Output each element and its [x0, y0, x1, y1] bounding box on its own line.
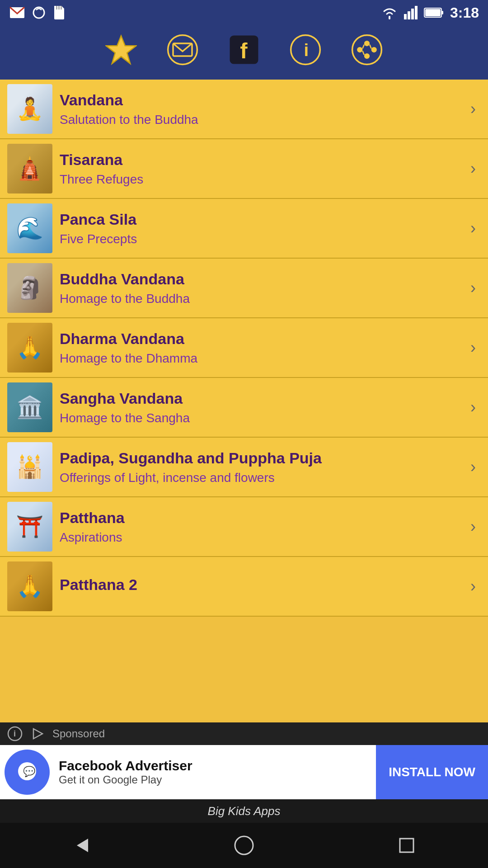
patthana2-arrow: › — [465, 577, 488, 596]
dharma-text: Dharma Vandana Homage to the Dhamma — [60, 326, 465, 370]
list-item-padipa[interactable]: Padipa, Sugandha and Puppha Puja Offerin… — [0, 438, 488, 497]
buddha-text: Buddha Vandana Homage to the Buddha — [60, 266, 465, 311]
patthana2-image — [7, 561, 52, 611]
status-bar: 3:18 — [0, 0, 488, 25]
dharma-image — [7, 323, 52, 373]
info-button[interactable]: i — [288, 33, 323, 67]
list-item-dharma-vandana[interactable]: Dharma Vandana Homage to the Dhamma › — [0, 318, 488, 378]
svg-point-23 — [364, 53, 370, 59]
ad-title: Facebook Advertiser — [59, 758, 371, 774]
share-button[interactable] — [350, 33, 384, 67]
padipa-subtitle: Offerings of Light, incense and flowers — [60, 471, 465, 485]
patthana2-text: Patthana 2 — [60, 571, 465, 602]
vandana-title: Vandana — [60, 91, 465, 109]
battery-icon — [424, 7, 444, 19]
sangha-title: Sangha Vandana — [60, 390, 465, 407]
patthana-arrow: › — [465, 517, 488, 536]
ad-subtitle: Get it on Google Play — [59, 774, 371, 786]
patthana-title: Patthana — [60, 509, 465, 527]
recents-button[interactable] — [393, 832, 420, 859]
buddha-subtitle: Homage to the Buddha — [60, 292, 465, 306]
svg-rect-8 — [415, 6, 418, 19]
ad-text-block: Facebook Advertiser Get it on Google Pla… — [54, 754, 376, 791]
email-button[interactable] — [165, 33, 200, 67]
list-item-buddha-vandana[interactable]: Buddha Vandana Homage to the Buddha › — [0, 259, 488, 318]
ad-banner[interactable]: 💬 Facebook Advertiser Get it on Google P… — [0, 745, 488, 799]
svg-text:💬: 💬 — [23, 765, 36, 778]
install-now-button[interactable]: INSTALL NOW — [376, 745, 488, 799]
patthana-image — [7, 502, 52, 552]
navigation-bar — [0, 823, 488, 868]
panca-text: Panca Sila Five Precepts — [60, 206, 465, 251]
padipa-title: Padipa, Sugandha and Puppha Puja — [60, 449, 465, 467]
vandana-text: Vandana Salutation to the Buddha — [60, 87, 465, 132]
panca-arrow: › — [465, 219, 488, 238]
svg-point-20 — [357, 47, 362, 52]
back-button[interactable] — [68, 832, 95, 859]
svg-rect-11 — [425, 9, 441, 16]
tisarana-text: Tisarana Three Refuges — [60, 146, 465, 191]
svg-text:f: f — [240, 38, 248, 63]
panca-subtitle: Five Precepts — [60, 232, 465, 246]
svg-marker-32 — [77, 839, 88, 852]
signal-icon — [404, 6, 418, 19]
home-icon — [233, 834, 255, 857]
status-right-icons: 3:18 — [381, 5, 479, 21]
star-icon — [105, 34, 137, 66]
patthana-subtitle: Aspirations — [60, 530, 465, 545]
dharma-subtitle: Homage to the Dhamma — [60, 351, 465, 366]
clock: 3:18 — [450, 5, 479, 21]
sdcard-icon — [52, 5, 66, 20]
sync-icon — [32, 5, 46, 20]
padipa-arrow: › — [465, 458, 488, 476]
wifi-icon — [381, 6, 398, 19]
tisarana-subtitle: Three Refuges — [60, 172, 465, 187]
ad-bar: i Sponsored — [0, 722, 488, 745]
email-icon — [167, 34, 198, 66]
ad-bubble-icon: 💬 — [15, 760, 39, 784]
list-item-tisarana[interactable]: Tisarana Three Refuges › — [0, 139, 488, 199]
svg-rect-7 — [411, 9, 414, 19]
list-item-vandana[interactable]: Vandana Salutation to the Buddha › — [0, 80, 488, 139]
facebook-button[interactable]: f — [227, 33, 261, 67]
svg-rect-3 — [58, 6, 60, 9]
toolbar: f i — [0, 25, 488, 80]
back-icon — [70, 834, 93, 857]
list-item-patthana2[interactable]: Patthana 2 › — [0, 557, 488, 617]
star-button[interactable] — [104, 33, 138, 67]
svg-line-26 — [362, 51, 364, 55]
sangha-image — [7, 382, 52, 432]
vandana-arrow: › — [465, 99, 488, 118]
dharma-arrow: › — [465, 338, 488, 357]
sangha-subtitle: Homage to the Sangha — [60, 411, 465, 425]
svg-rect-4 — [61, 6, 62, 9]
sangha-arrow: › — [465, 398, 488, 417]
buddha-title: Buddha Vandana — [60, 270, 465, 288]
svg-text:i: i — [304, 40, 309, 60]
patthana-text: Patthana Aspirations — [60, 505, 465, 549]
svg-rect-5 — [404, 14, 407, 19]
status-left-icons — [9, 5, 66, 21]
vandana-subtitle: Salutation to the Buddha — [60, 113, 465, 127]
list-item-sangha-vandana[interactable]: Sangha Vandana Homage to the Sangha › — [0, 378, 488, 438]
svg-line-25 — [370, 45, 371, 49]
list-item-panca-sila[interactable]: Panca Sila Five Precepts › — [0, 199, 488, 259]
padipa-text: Padipa, Sugandha and Puppha Puja Offerin… — [60, 445, 465, 490]
ad-footer: Big Kids Apps — [0, 799, 488, 823]
svg-line-24 — [362, 45, 364, 49]
svg-point-33 — [235, 836, 253, 854]
dharma-title: Dharma Vandana — [60, 330, 465, 348]
tisarana-arrow: › — [465, 159, 488, 178]
panca-image — [7, 203, 52, 253]
sponsored-label: Sponsored — [52, 727, 105, 740]
recents-icon — [395, 834, 418, 857]
home-button[interactable] — [230, 832, 258, 859]
list-item-patthana[interactable]: Patthana Aspirations › — [0, 497, 488, 557]
svg-text:i: i — [14, 729, 16, 738]
padipa-image — [7, 442, 52, 492]
tisarana-image — [7, 144, 52, 193]
sangha-text: Sangha Vandana Homage to the Sangha — [60, 385, 465, 430]
ad-footer-label: Big Kids Apps — [208, 804, 281, 818]
ad-play-icon — [30, 726, 45, 741]
svg-marker-29 — [33, 729, 42, 739]
